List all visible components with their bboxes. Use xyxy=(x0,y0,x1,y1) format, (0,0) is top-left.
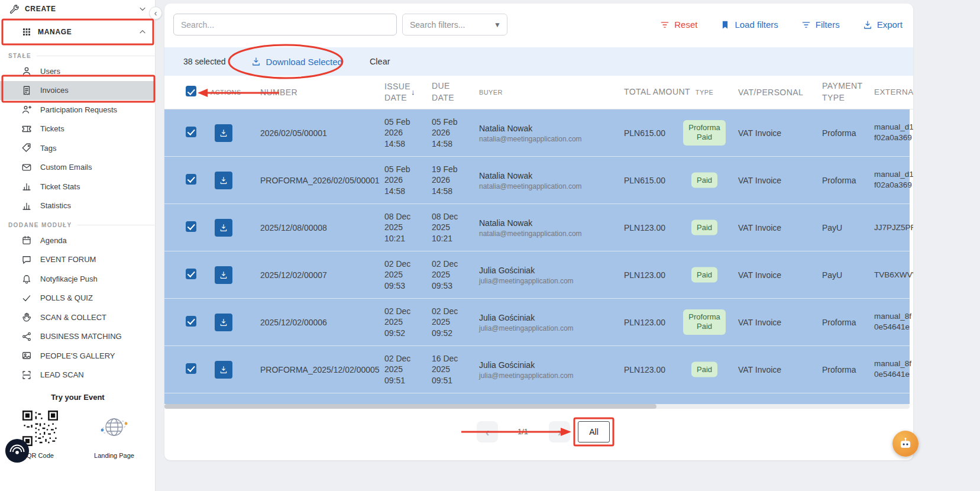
cell-vat-personal: VAT Invoice xyxy=(738,318,812,327)
sidebar-item-polls-quiz[interactable]: POLLS & QUIZ xyxy=(0,289,156,308)
forum-icon xyxy=(21,254,32,265)
sidebar-item-tags[interactable]: Tags xyxy=(0,138,156,158)
column-header-type[interactable]: TYPE xyxy=(683,88,726,97)
network-icon xyxy=(21,331,32,342)
row-checkbox[interactable] xyxy=(186,363,196,374)
table-row: PROFORMA_2025/12/02/0000502 Dec 2025 09:… xyxy=(164,346,910,393)
sidebar-item-scan-collect[interactable]: SCAN & COLLECT xyxy=(0,308,156,327)
row-checkbox[interactable] xyxy=(186,269,196,279)
column-header-number[interactable]: NUMBER xyxy=(260,87,381,98)
cell-buyer: Julia Gościniakjulia@meetingapplication.… xyxy=(479,312,618,332)
cell-total-amount: PLN123.00 xyxy=(624,270,680,280)
grid-icon xyxy=(21,27,32,37)
cell-invoice-number: 2025/12/08/00008 xyxy=(260,223,381,232)
column-header-external[interactable]: EXTERNAL xyxy=(874,87,913,98)
row-download-button[interactable] xyxy=(215,266,232,284)
select-all-checkbox[interactable] xyxy=(186,86,196,96)
sidebar-item-participation-requests[interactable]: Participation Requests xyxy=(0,100,156,119)
next-page-button[interactable]: › xyxy=(549,421,570,442)
user-icon xyxy=(21,66,32,76)
sidebar-manage[interactable]: MANAGE xyxy=(0,20,156,44)
cell-external: manual_8f 0e54641e xyxy=(874,358,913,381)
download-icon xyxy=(219,365,228,374)
download-icon xyxy=(251,56,261,67)
cell-issue-date: 02 Dec 2025 09:52 xyxy=(384,305,422,339)
column-header-vat-personal[interactable]: VAT/PERSONAL xyxy=(738,87,812,98)
sidebar-item-notyfikacje-push[interactable]: Notyfikacje Push xyxy=(0,269,156,289)
selection-bar: 38 selected Download Selected Clear xyxy=(164,47,913,76)
column-header-total-amount[interactable]: TOTAL AMOUNT xyxy=(624,86,665,98)
chevron-down-icon xyxy=(138,4,147,14)
row-checkbox[interactable] xyxy=(186,174,196,185)
column-header-issue-date[interactable]: ISSUE DATE ↓ xyxy=(384,81,422,104)
table-rows: 2026/02/05/0000105 Feb 2026 14:5805 Feb … xyxy=(164,109,913,404)
row-checkbox[interactable] xyxy=(186,316,196,327)
table-row: 2025/12/08/0000808 Dec 2025 10:2108 Dec … xyxy=(164,204,910,251)
sidebar-item-tickets[interactable]: Tickets xyxy=(0,119,156,139)
row-download-button[interactable] xyxy=(215,314,232,331)
sidebar-item-event-forum[interactable]: EVENT FORUM xyxy=(0,250,156,270)
prev-page-button[interactable]: ‹ xyxy=(477,421,498,442)
search-filters-placeholder: Search filters... xyxy=(410,20,465,30)
row-download-button[interactable] xyxy=(215,219,232,237)
try-event-title: Try your Event xyxy=(0,393,156,402)
sidebar-create-label: CREATE xyxy=(25,5,56,13)
cell-invoice-number: PROFORMA_2026/02/05/00001 xyxy=(260,176,381,185)
cell-external: TVB6XWVV xyxy=(874,269,913,280)
cell-type: Proforma Paid xyxy=(683,120,726,146)
table-header: ACTIONS NUMBER ISSUE DATE ↓ DUE DATE BUY… xyxy=(164,76,913,109)
row-download-button[interactable] xyxy=(215,172,232,189)
show-all-button[interactable]: All xyxy=(578,421,610,442)
cell-issue-date: 05 Feb 2026 14:58 xyxy=(384,163,422,197)
column-header-payment-type[interactable]: PAYMENT TYPE xyxy=(822,80,865,104)
person-request-icon xyxy=(21,104,32,115)
sidebar-item-users[interactable]: Users xyxy=(0,62,156,81)
horizontal-scrollbar[interactable] xyxy=(164,404,910,409)
download-icon xyxy=(219,223,228,232)
collapse-sidebar-button[interactable]: ‹ xyxy=(149,7,162,20)
clear-selection-button[interactable]: Clear xyxy=(370,57,390,66)
row-download-button[interactable] xyxy=(215,361,232,379)
table-row: 2025/12/02/0000602 Dec 2025 09:5202 Dec … xyxy=(164,299,910,346)
reset-button[interactable]: Reset xyxy=(659,20,697,30)
row-checkbox[interactable] xyxy=(186,127,196,137)
cell-due-date: 19 Feb 2026 14:58 xyxy=(432,163,470,197)
cell-total-amount: PLN615.00 xyxy=(624,128,680,138)
scrollbar-thumb[interactable] xyxy=(164,404,656,409)
envelope-icon xyxy=(21,162,32,173)
row-checkbox[interactable] xyxy=(186,221,196,232)
export-button[interactable]: Export xyxy=(862,20,903,30)
sidebar-manage-label: MANAGE xyxy=(38,28,72,36)
filters-button[interactable]: Filters xyxy=(801,20,840,30)
landing-page-icon[interactable] xyxy=(98,412,130,444)
download-icon xyxy=(219,318,228,327)
sidebar-item-ticket-stats[interactable]: Ticket Stats xyxy=(0,177,156,196)
download-selected-button[interactable]: Download Selected xyxy=(251,56,342,67)
chat-bot-button[interactable] xyxy=(892,431,918,457)
status-badge: Paid xyxy=(691,219,717,235)
sidebar-item-lead-scan[interactable]: LEAD SCAN xyxy=(0,366,156,385)
sidebar-create[interactable]: CREATE xyxy=(0,0,156,18)
column-header-buyer[interactable]: BUYER xyxy=(479,88,618,97)
search-filters-select[interactable]: Search filters... ▼ xyxy=(402,14,507,35)
cell-external: JJ7PJZ5PF xyxy=(874,222,913,233)
sidebar-item-people-s-gallery[interactable]: PEOPLE'S GALLERY xyxy=(0,346,156,366)
search-input[interactable] xyxy=(173,14,397,35)
cell-invoice-number: 2026/02/05/00001 xyxy=(260,128,381,138)
sidebar-item-agenda[interactable]: Agenda xyxy=(0,231,156,250)
sidebar-item-business-matching[interactable]: BUSINESS MATCHING xyxy=(0,327,156,347)
column-header-due-date[interactable]: DUE DATE xyxy=(432,80,457,104)
download-icon xyxy=(219,176,228,185)
download-icon xyxy=(219,270,228,280)
row-download-button[interactable] xyxy=(215,124,232,142)
sidebar-item-statistics[interactable]: Statistics xyxy=(0,196,156,216)
cell-invoice-number: PROFORMA_2025/12/02/00005 xyxy=(260,365,381,374)
section-label: STAŁE xyxy=(0,50,156,62)
cell-vat-personal: VAT Invoice xyxy=(738,128,812,138)
cell-total-amount: PLN123.00 xyxy=(624,223,680,232)
bar-chart-icon xyxy=(21,181,32,192)
sidebar-item-invoices[interactable]: Invoices xyxy=(0,81,156,101)
load-filters-button[interactable]: Load filters xyxy=(720,20,778,30)
sort-desc-icon[interactable]: ↓ xyxy=(411,87,415,98)
sidebar-item-custom-emails[interactable]: Custom Emails xyxy=(0,158,156,177)
